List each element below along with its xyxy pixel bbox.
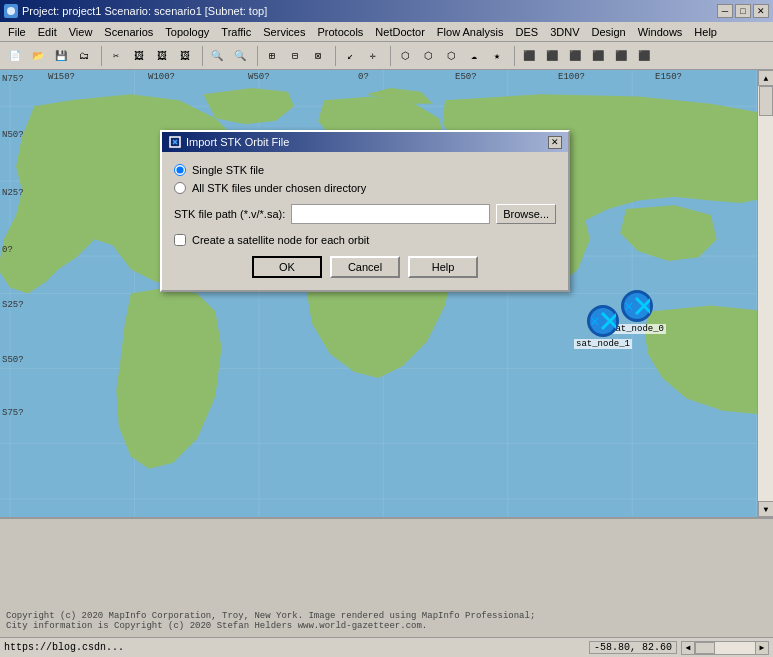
menu-file[interactable]: File — [2, 24, 32, 40]
toolbar-misc1[interactable]: ⬛ — [518, 45, 540, 67]
import-stk-dialog: Import STK Orbit File ✕ Single STK file … — [160, 130, 570, 292]
toolbar-save[interactable]: 💾 — [50, 45, 72, 67]
path-label: STK file path (*.v/*.sa): — [174, 208, 285, 220]
status-url: https://blog.csdn... — [4, 642, 589, 653]
toolbar: 📄 📂 💾 🗂 ✂ 🖼 🖼 🖼 🔍 🔍 ⊞ ⊟ ⊠ ↙ ✛ ⬡ ⬡ ⬡ ☁ ★ … — [0, 42, 773, 70]
toolbar-open[interactable]: 📂 — [27, 45, 49, 67]
toolbar-zoom-out[interactable]: 🔍 — [229, 45, 251, 67]
toolbar-img2[interactable]: 🖼 — [151, 45, 173, 67]
separator-2 — [199, 46, 203, 66]
toolbar-misc4[interactable]: ⬛ — [587, 45, 609, 67]
window-title: Project: project1 Scenario: scenario1 [S… — [22, 5, 267, 17]
toolbar-new[interactable]: 📄 — [4, 45, 26, 67]
menu-netdoctor[interactable]: NetDoctor — [369, 24, 431, 40]
app-icon — [4, 4, 18, 18]
menu-view[interactable]: View — [63, 24, 99, 40]
copyright-area: Copyright (c) 2020 MapInfo Corporation, … — [4, 523, 769, 633]
radio-all-files[interactable] — [174, 182, 186, 194]
map-area[interactable]: N75? N50? N25? 0? S25? S50? S75? W150? W… — [0, 70, 757, 517]
create-satellite-checkbox[interactable] — [174, 234, 186, 246]
menu-protocols[interactable]: Protocols — [311, 24, 369, 40]
menu-edit[interactable]: Edit — [32, 24, 63, 40]
ok-button[interactable]: OK — [252, 256, 322, 278]
title-bar: Project: project1 Scenario: scenario1 [S… — [0, 0, 773, 22]
cancel-button[interactable]: Cancel — [330, 256, 400, 278]
menu-traffic[interactable]: Traffic — [215, 24, 257, 40]
close-button[interactable]: ✕ — [753, 4, 769, 18]
toolbar-cut[interactable]: ✂ — [105, 45, 127, 67]
separator-1 — [98, 46, 102, 66]
toolbar-img1[interactable]: 🖼 — [128, 45, 150, 67]
dialog-title-text: Import STK Orbit File — [186, 136, 289, 148]
status-bar: https://blog.csdn... -58.80, 82.60 ◀ ▶ — [0, 637, 773, 657]
toolbar-grid1[interactable]: ⊞ — [261, 45, 283, 67]
dialog-overlay: Import STK Orbit File ✕ Single STK file … — [0, 70, 757, 517]
checkbox-row: Create a satellite node for each orbit — [174, 234, 556, 246]
toolbar-move[interactable]: ✛ — [362, 45, 384, 67]
radio-all-files-row: All STK files under chosen directory — [174, 182, 556, 194]
toolbar-misc5[interactable]: ⬛ — [610, 45, 632, 67]
menu-windows[interactable]: Windows — [632, 24, 689, 40]
menu-bar: File Edit View Scenarios Topology Traffi… — [0, 22, 773, 42]
separator-6 — [511, 46, 515, 66]
scroll-thumb[interactable] — [759, 86, 773, 116]
minimize-button[interactable]: ─ — [717, 4, 733, 18]
scroll-up-button[interactable]: ▲ — [758, 70, 773, 86]
scroll-track[interactable] — [758, 86, 773, 501]
bottom-panel: Copyright (c) 2020 MapInfo Corporation, … — [0, 517, 773, 637]
dialog-close-button[interactable]: ✕ — [548, 136, 562, 149]
browse-button[interactable]: Browse... — [496, 204, 556, 224]
menu-des[interactable]: DES — [510, 24, 545, 40]
toolbar-img3[interactable]: 🖼 — [174, 45, 196, 67]
checkbox-label: Create a satellite node for each orbit — [192, 234, 369, 246]
dialog-title-bar: Import STK Orbit File ✕ — [162, 132, 568, 152]
toolbar-cloud[interactable]: ☁ — [463, 45, 485, 67]
vertical-scrollbar[interactable]: ▲ ▼ — [757, 70, 773, 517]
scroll-down-button[interactable]: ▼ — [758, 501, 773, 517]
menu-design[interactable]: Design — [585, 24, 631, 40]
menu-3dnv[interactable]: 3DNV — [544, 24, 585, 40]
radio-single-file-label: Single STK file — [192, 164, 264, 176]
horizontal-scrollbar[interactable]: ◀ ▶ — [681, 641, 769, 655]
toolbar-misc6[interactable]: ⬛ — [633, 45, 655, 67]
separator-4 — [332, 46, 336, 66]
toolbar-node[interactable]: ⬡ — [394, 45, 416, 67]
radio-single-file[interactable] — [174, 164, 186, 176]
radio-single-file-row: Single STK file — [174, 164, 556, 176]
h-scroll-thumb[interactable] — [695, 642, 715, 654]
toolbar-subnet[interactable]: ⬡ — [440, 45, 462, 67]
radio-all-files-label: All STK files under chosen directory — [192, 182, 366, 194]
dialog-buttons: OK Cancel Help — [174, 256, 556, 278]
toolbar-zoom-in[interactable]: 🔍 — [206, 45, 228, 67]
scroll-right-button[interactable]: ▶ — [755, 641, 769, 655]
toolbar-grid3[interactable]: ⊠ — [307, 45, 329, 67]
toolbar-link[interactable]: ⬡ — [417, 45, 439, 67]
toolbar-misc2[interactable]: ⬛ — [541, 45, 563, 67]
toolbar-save2[interactable]: 🗂 — [73, 45, 95, 67]
menu-scenarios[interactable]: Scenarios — [98, 24, 159, 40]
separator-5 — [387, 46, 391, 66]
h-scroll-track[interactable] — [695, 641, 755, 655]
svg-point-0 — [7, 7, 15, 15]
status-coords: -58.80, 82.60 — [589, 641, 677, 654]
copyright-text: Copyright (c) 2020 MapInfo Corporation, … — [6, 611, 535, 631]
dialog-body: Single STK file All STK files under chos… — [162, 152, 568, 290]
maximize-button[interactable]: □ — [735, 4, 751, 18]
toolbar-grid2[interactable]: ⊟ — [284, 45, 306, 67]
help-button[interactable]: Help — [408, 256, 478, 278]
separator-3 — [254, 46, 258, 66]
path-input[interactable] — [291, 204, 490, 224]
scroll-left-button[interactable]: ◀ — [681, 641, 695, 655]
toolbar-misc3[interactable]: ⬛ — [564, 45, 586, 67]
menu-help[interactable]: Help — [688, 24, 723, 40]
menu-topology[interactable]: Topology — [159, 24, 215, 40]
main-area: N75? N50? N25? 0? S25? S50? S75? W150? W… — [0, 70, 773, 517]
menu-flow-analysis[interactable]: Flow Analysis — [431, 24, 510, 40]
menu-services[interactable]: Services — [257, 24, 311, 40]
toolbar-star[interactable]: ★ — [486, 45, 508, 67]
toolbar-arrow[interactable]: ↙ — [339, 45, 361, 67]
path-row: STK file path (*.v/*.sa): Browse... — [174, 204, 556, 224]
